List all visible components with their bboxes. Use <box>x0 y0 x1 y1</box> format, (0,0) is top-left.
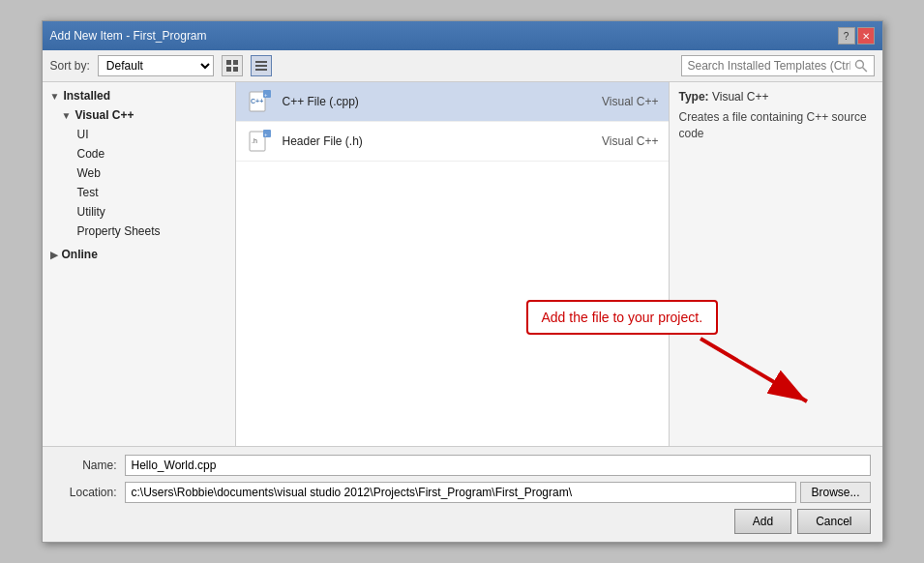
file-item-cpp[interactable]: C++ + C++ File (.cpp) Visual C++ <box>236 82 669 122</box>
ui-label: UI <box>77 128 89 141</box>
info-type-value: Visual C++ <box>712 90 768 104</box>
header-file-type: Visual C++ <box>562 134 659 148</box>
cpp-file-icon: C++ + <box>246 88 273 115</box>
svg-text:+: + <box>264 132 268 137</box>
location-input-group: Browse... <box>125 482 871 503</box>
location-input[interactable] <box>125 482 797 503</box>
svg-rect-2 <box>226 67 231 72</box>
list-view-button[interactable] <box>251 55 272 76</box>
sidebar-item-code[interactable]: Code <box>43 144 235 163</box>
svg-rect-6 <box>255 69 267 71</box>
header-file-icon: .h + <box>246 128 273 155</box>
location-row: Location: Browse... <box>54 482 871 503</box>
name-input[interactable] <box>125 455 871 476</box>
dialog-title: Add New Item - First_Program <box>50 29 207 43</box>
property-sheets-label: Property Sheets <box>77 224 161 238</box>
file-list: C++ + C++ File (.cpp) Visual C++ .h <box>236 82 670 446</box>
help-button[interactable]: ? <box>838 27 855 44</box>
grid-view-button[interactable] <box>222 55 243 76</box>
info-type-label: Type: <box>679 90 709 104</box>
grid-icon <box>225 59 239 73</box>
sidebar-item-online[interactable]: ▶ Online <box>43 245 235 264</box>
add-button[interactable]: Add <box>734 509 791 534</box>
title-bar: Add New Item - First_Program ? ✕ <box>43 21 882 50</box>
info-panel: Type: Visual C++ Creates a file containi… <box>670 82 882 446</box>
header-icon-svg: .h + <box>248 130 271 153</box>
bottom-section: Name: Location: Browse... Add Cancel <box>43 446 882 542</box>
online-label: Online <box>62 248 98 261</box>
info-type-row: Type: Visual C++ <box>679 90 873 104</box>
cpp-file-type: Visual C++ <box>562 95 659 108</box>
dialog: Add New Item - First_Program ? ✕ Sort by… <box>42 20 883 543</box>
sidebar-item-web[interactable]: Web <box>43 163 235 183</box>
code-label: Code <box>77 147 105 161</box>
utility-label: Utility <box>77 205 105 219</box>
cpp-file-name: C++ File (.cpp) <box>283 95 552 108</box>
file-list-wrap: C++ + C++ File (.cpp) Visual C++ .h <box>236 82 670 446</box>
list-icon <box>254 59 268 73</box>
test-label: Test <box>77 186 99 199</box>
sort-select[interactable]: Default <box>98 55 214 76</box>
sidebar-item-ui[interactable]: UI <box>43 125 235 144</box>
installed-label: Installed <box>63 89 110 103</box>
toolbar: Sort by: Default <box>43 50 882 82</box>
name-label: Name: <box>54 459 117 472</box>
visual-cpp-label: Visual C++ <box>75 108 134 122</box>
title-bar-buttons: ? ✕ <box>838 27 875 44</box>
svg-rect-4 <box>255 61 267 63</box>
svg-line-8 <box>862 67 866 71</box>
header-file-name: Header File (.h) <box>283 134 552 148</box>
action-row: Add Cancel <box>54 509 871 534</box>
info-description: Creates a file containing C++ source cod… <box>679 109 873 142</box>
sort-label: Sort by: <box>50 59 90 73</box>
sidebar-item-installed[interactable]: ▼ Installed <box>43 86 235 105</box>
cpp-icon-svg: C++ + <box>248 90 271 113</box>
svg-text:C++: C++ <box>251 98 263 104</box>
sidebar-item-visual-cpp[interactable]: ▼ Visual C++ <box>43 105 235 125</box>
location-label: Location: <box>54 486 117 499</box>
web-label: Web <box>77 166 101 180</box>
sidebar-item-property-sheets[interactable]: Property Sheets <box>43 222 235 241</box>
search-input[interactable] <box>688 59 850 73</box>
online-arrow: ▶ <box>50 250 58 260</box>
browse-button[interactable]: Browse... <box>800 482 870 503</box>
sidebar: ▼ Installed ▼ Visual C++ UI Code Web Tes… <box>43 82 236 446</box>
svg-rect-3 <box>233 67 238 72</box>
close-button[interactable]: ✕ <box>857 27 875 44</box>
svg-rect-1 <box>233 60 238 65</box>
svg-rect-5 <box>255 65 267 67</box>
search-icon <box>854 59 868 73</box>
svg-point-7 <box>855 61 863 69</box>
svg-rect-0 <box>226 60 231 65</box>
main-content: ▼ Installed ▼ Visual C++ UI Code Web Tes… <box>43 82 882 446</box>
name-row: Name: <box>54 455 871 476</box>
installed-arrow: ▼ <box>50 91 60 102</box>
svg-text:+: + <box>264 92 268 98</box>
visual-cpp-arrow: ▼ <box>62 110 72 121</box>
svg-text:.h: .h <box>252 137 257 144</box>
file-item-header[interactable]: .h + Header File (.h) Visual C++ <box>236 122 669 162</box>
search-box <box>681 55 875 76</box>
sidebar-item-test[interactable]: Test <box>43 183 235 202</box>
cancel-button[interactable]: Cancel <box>797 509 870 534</box>
sidebar-item-utility[interactable]: Utility <box>43 202 235 222</box>
